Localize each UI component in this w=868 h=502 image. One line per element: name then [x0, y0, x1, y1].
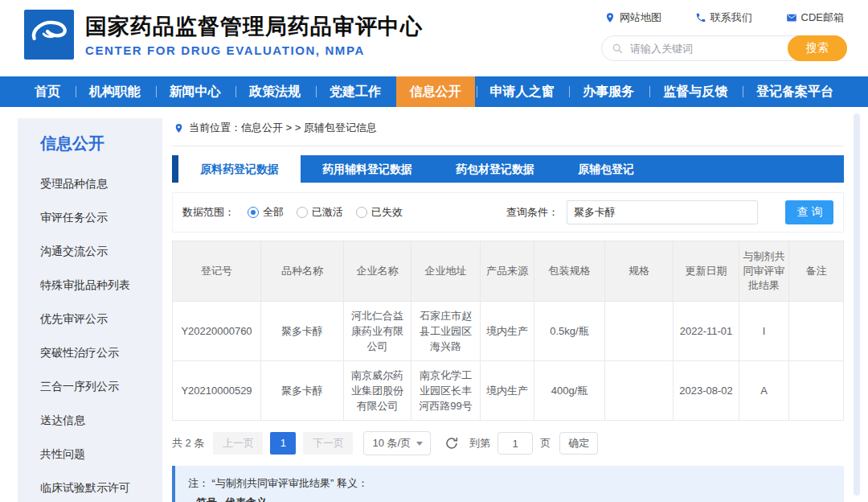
table-header-row: 登记号品种名称企业名称企业地址产品来源包装规格规格更新日期与制剂共同审评审批结果…: [173, 241, 844, 302]
nav-item-5[interactable]: 党建工作: [316, 76, 395, 107]
breadcrumb: 当前位置：信息公开 > > 原辅包登记信息: [172, 118, 844, 146]
table-cell: 聚多卡醇: [261, 361, 344, 421]
goto-unit: 页: [540, 436, 551, 451]
scope-option-1[interactable]: 全部: [248, 205, 284, 220]
query-button[interactable]: 查询: [785, 200, 833, 224]
sidebar-item-6[interactable]: 突破性治疗公示: [40, 346, 162, 360]
sidebar: 信息公开 受理品种信息审评任务公示沟通交流公示特殊审批品种列表优先审评公示突破性…: [18, 118, 162, 502]
goto-confirm-button[interactable]: 确定: [559, 432, 598, 455]
main-content: 当前位置：信息公开 > > 原辅包登记信息 原料药登记数据药用辅料登记数据药包材…: [172, 118, 844, 502]
total-count: 共 2 条: [172, 436, 204, 451]
scrollbar[interactable]: [854, 113, 860, 496]
current-page-button[interactable]: 1: [270, 432, 296, 455]
filter-bar: 数据范围： 全部已激活已失效 查询条件： 查询: [172, 192, 844, 232]
scope-label: 数据范围：: [182, 205, 235, 220]
sidebar-item-5[interactable]: 优先审评公示: [40, 312, 162, 327]
sidebar-item-8[interactable]: 送达信息: [40, 414, 162, 428]
scope-option-label: 已失效: [371, 205, 403, 220]
site-search-button[interactable]: 搜索: [788, 35, 847, 61]
site-titles: 国家药品监督管理局药品审评中心 CENTER FOR DRUG EVALUATI…: [85, 10, 423, 57]
column-header: 企业名称: [344, 241, 411, 302]
table-cell: 南京威尔药业集团股份有限公司: [344, 361, 411, 421]
note-meaning-col: 代表含义: [225, 493, 267, 502]
column-header: 规格: [605, 241, 674, 302]
nav-item-6[interactable]: 信息公开: [396, 76, 475, 107]
nav-item-9[interactable]: 监督与反馈: [649, 76, 741, 107]
scope-radios: 全部已激活已失效: [235, 205, 403, 220]
table-body: Y20220000760聚多卡醇河北仁合益康药业有限公司石家庄市赵县工业园区海兴…: [173, 302, 844, 421]
column-header: 产品来源: [481, 241, 534, 302]
table-cell: 2023-08-02: [674, 361, 739, 421]
sidebar-item-4[interactable]: 特殊审批品种列表: [40, 278, 162, 293]
brand: 国家药品监督管理局药品审评中心 CENTER FOR DRUG EVALUATI…: [24, 10, 423, 60]
table-row-1[interactable]: Y20220000760聚多卡醇河北仁合益康药业有限公司石家庄市赵县工业园区海兴…: [173, 302, 844, 361]
sidebar-item-9[interactable]: 共性问题: [40, 447, 162, 462]
breadcrumb-text: 当前位置：信息公开 > > 原辅包登记信息: [189, 121, 377, 135]
location-pin-icon: [604, 12, 616, 23]
table-cell: A: [739, 361, 789, 421]
table-cell: 河北仁合益康药业有限公司: [344, 302, 411, 361]
tab-1[interactable]: 原料药登记数据: [178, 155, 301, 183]
site-search: 搜索: [601, 35, 847, 61]
radio-icon: [356, 207, 367, 218]
quick-links: 网站地图 联系我们 CDE邮箱: [601, 10, 847, 25]
contact-link[interactable]: 联系我们: [695, 10, 752, 25]
radio-icon: [248, 207, 259, 218]
table-cell: 0.5kg/瓶: [534, 302, 605, 361]
tab-3[interactable]: 药包材登记数据: [434, 155, 556, 183]
site-header: 国家药品监督管理局药品审评中心 CENTER FOR DRUG EVALUATI…: [0, 0, 868, 76]
sitemap-label: 网站地图: [620, 10, 661, 25]
column-header: 企业地址: [411, 241, 481, 302]
sidebar-item-10[interactable]: 临床试验默示许可: [40, 481, 162, 496]
site-title: 国家药品监督管理局药品审评中心: [85, 13, 423, 40]
location-pin-icon: [174, 123, 184, 134]
table-cell: Y20220000760: [173, 302, 261, 361]
tab-2[interactable]: 药用辅料登记数据: [301, 155, 434, 183]
nav-item-8[interactable]: 办事服务: [569, 76, 648, 107]
table-cell: 2022-11-01: [674, 302, 739, 361]
query-input[interactable]: [567, 200, 758, 224]
mailbox-link[interactable]: CDE邮箱: [786, 10, 844, 25]
table-cell: [605, 361, 674, 421]
scope-option-3[interactable]: 已失效: [356, 205, 403, 220]
nav-item-7[interactable]: 申请人之窗: [477, 76, 568, 107]
registration-table: 登记号品种名称企业名称企业地址产品来源包装规格规格更新日期与制剂共同审评审批结果…: [172, 241, 844, 421]
nav-item-1[interactable]: 首页: [21, 76, 74, 107]
sidebar-item-1[interactable]: 受理品种信息: [40, 177, 162, 191]
goto-page-input[interactable]: [497, 432, 533, 455]
sidebar-item-2[interactable]: 审评任务公示: [40, 211, 162, 225]
table-cell: [605, 302, 674, 361]
table-cell: 境内生产: [481, 361, 534, 421]
query-label: 查询条件：: [506, 205, 559, 220]
site-subtitle: CENTER FOR DRUG EVALUATION, NMPA: [85, 43, 423, 57]
pagination: 共 2 条 上一页 1 下一页 10 条/页 到第 页 确定: [172, 431, 844, 455]
note-intro: 注： “与制剂共同审评审批结果” 释义：: [188, 474, 831, 492]
table-cell: Y20210000529: [173, 361, 261, 421]
nav-item-3[interactable]: 新闻中心: [156, 76, 235, 107]
column-header: 登记号: [173, 241, 261, 302]
sidebar-item-3[interactable]: 沟通交流公示: [40, 245, 162, 259]
prev-page-button[interactable]: 上一页: [213, 432, 263, 455]
sidebar-item-7[interactable]: 三合一序列公示: [40, 380, 162, 394]
nav-item-4[interactable]: 政策法规: [235, 76, 314, 107]
cde-logo-icon: [24, 10, 74, 60]
table-cell: 南京化学工业园区长丰河西路99号: [411, 361, 481, 421]
sidebar-list: 受理品种信息审评任务公示沟通交流公示特殊审批品种列表优先审评公示突破性治疗公示三…: [40, 177, 162, 496]
next-page-button[interactable]: 下一页: [303, 432, 353, 455]
mailbox-label: CDE邮箱: [801, 10, 844, 25]
table-cell: 境内生产: [481, 302, 534, 361]
nav-item-10[interactable]: 登记备案平台: [743, 76, 847, 107]
sitemap-link[interactable]: 网站地图: [604, 10, 661, 25]
column-header: 更新日期: [674, 241, 739, 302]
page: 国家药品监督管理局药品审评中心 CENTER FOR DRUG EVALUATI…: [0, 0, 868, 502]
goto-label: 到第: [469, 436, 490, 451]
refresh-icon[interactable]: [444, 436, 459, 451]
note-symbol-col: 符号: [188, 493, 225, 502]
tab-4[interactable]: 原辅包登记: [556, 155, 656, 183]
table-row-2[interactable]: Y20210000529聚多卡醇南京威尔药业集团股份有限公司南京化学工业园区长丰…: [173, 361, 844, 421]
nav-item-2[interactable]: 机构职能: [76, 76, 154, 107]
search-icon: [612, 43, 624, 55]
contact-label: 联系我们: [710, 10, 752, 25]
page-size-select[interactable]: 10 条/页: [363, 431, 431, 455]
scope-option-2[interactable]: 已激活: [297, 205, 343, 220]
